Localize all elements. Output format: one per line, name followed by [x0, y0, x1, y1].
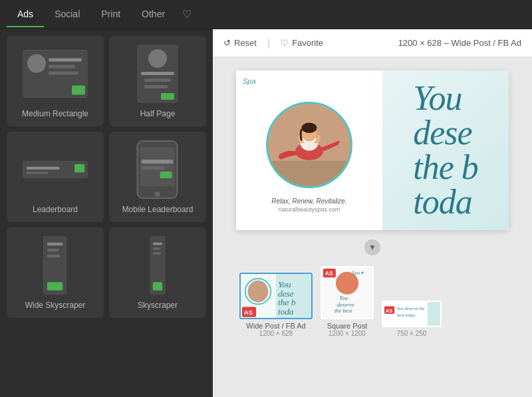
medium-rectangle-label: Medium Rectangle	[22, 109, 88, 118]
template-skyscraper[interactable]: Skyscraper	[109, 227, 206, 318]
thumb-wide-post-img: You dese the b toda AS	[239, 273, 313, 319]
preview-area: Spa	[213, 57, 532, 397]
svg-point-41	[248, 281, 269, 303]
tab-ads[interactable]: Ads	[7, 2, 44, 27]
svg-rect-10	[144, 85, 168, 88]
svg-text:AS: AS	[244, 309, 253, 316]
canvas-preview: Spa	[236, 70, 509, 230]
reset-icon: ↺	[223, 38, 231, 48]
thumb-wide-post-dims: 1200 × 628	[259, 330, 293, 337]
svg-text:deserve: deserve	[337, 301, 354, 308]
thumb-wide-post-title: Wide Post / FB Ad	[246, 322, 305, 330]
right-panel: ↺ Reset | ♡ Favorite 1200 × 628 – Wide P…	[213, 29, 532, 397]
template-wide-skyscraper[interactable]: Wide Skyscraper	[7, 227, 104, 318]
svg-rect-21	[160, 172, 172, 178]
favorite-heart-icon[interactable]: ♡	[182, 8, 192, 21]
wide-skyscraper-label: Wide Skyscraper	[25, 301, 86, 310]
thumb-square-post-title: Square Post	[327, 322, 368, 330]
medium-rectangle-thumb	[22, 44, 88, 104]
favorite-heart-icon: ♡	[281, 38, 289, 48]
mobile-leaderboard-thumb	[124, 140, 191, 199]
svg-point-18	[155, 192, 160, 197]
top-navigation: Ads Social Print Other ♡	[0, 0, 532, 29]
template-medium-rectangle[interactable]: Medium Rectangle	[7, 36, 104, 126]
svg-rect-19	[142, 160, 174, 164]
skyscraper-thumb	[124, 235, 191, 295]
thumb-750-dims: 750 × 250	[397, 330, 427, 337]
half-page-label: Half Page	[140, 109, 176, 118]
thumb-750-250[interactable]: AS You deserve the best today. 750 × 250	[382, 301, 442, 337]
svg-rect-8	[141, 72, 174, 75]
reset-button[interactable]: ↺ Reset	[223, 38, 257, 48]
svg-text:Spa✦: Spa✦	[352, 270, 364, 276]
svg-rect-5	[72, 86, 85, 95]
thumb-wide-post[interactable]: You dese the b toda AS Wide Post / FB Ad…	[239, 273, 313, 337]
svg-point-7	[148, 49, 167, 68]
toolbar-divider: |	[267, 37, 270, 49]
mobile-leaderboard-label: Mobile Leaderboard	[122, 205, 194, 214]
svg-point-37	[302, 122, 317, 132]
wide-skyscraper-thumb	[22, 235, 88, 295]
leaderboard-label: Leaderboard	[33, 205, 78, 214]
svg-rect-33	[268, 160, 350, 186]
svg-rect-2	[49, 59, 82, 62]
svg-rect-13	[27, 167, 60, 170]
main-layout: Medium Rectangle Half Page	[0, 29, 532, 397]
script-line-3: the b	[413, 150, 478, 185]
thumb-square-post-dims: 1200 × 1200	[329, 330, 366, 337]
svg-rect-30	[153, 252, 162, 255]
script-line-1: You	[413, 81, 478, 116]
spa-logo: Spa	[243, 77, 256, 85]
skyscraper-label: Skyscraper	[138, 301, 178, 310]
canvas-size-label: 1200 × 628 – Wide Post / FB Ad	[398, 38, 521, 48]
leaderboard-thumb	[22, 140, 88, 199]
svg-text:You deserve the: You deserve the	[397, 306, 425, 311]
svg-rect-26	[47, 282, 63, 291]
svg-rect-28	[153, 243, 162, 245]
svg-text:You: You	[340, 295, 348, 301]
svg-rect-25	[47, 255, 61, 258]
template-grid: Medium Rectangle Half Page	[7, 36, 206, 318]
svg-text:AS: AS	[386, 308, 393, 314]
canvas-url: naturalbeautyspas.com	[278, 206, 340, 213]
svg-rect-3	[49, 65, 75, 68]
exercise-photo	[266, 102, 352, 188]
scroll-down-area: ▼	[226, 235, 519, 259]
favorite-button[interactable]: ♡ Favorite	[281, 38, 323, 48]
half-page-thumb	[124, 44, 191, 104]
svg-rect-4	[49, 72, 78, 75]
canvas-left-section: Spa	[236, 70, 382, 230]
svg-rect-29	[153, 247, 160, 250]
template-mobile-leaderboard[interactable]: Mobile Leaderboard	[109, 132, 206, 222]
reset-label: Reset	[234, 38, 257, 48]
thumbnail-strip: You dese the b toda AS Wide Post / FB Ad…	[226, 259, 519, 344]
thumb-750-250-img: AS You deserve the best today.	[382, 301, 442, 327]
right-toolbar: ↺ Reset | ♡ Favorite 1200 × 628 – Wide P…	[213, 29, 532, 57]
tab-social[interactable]: Social	[44, 2, 90, 27]
svg-rect-11	[161, 93, 174, 100]
tab-other[interactable]: Other	[131, 2, 176, 27]
thumb-square-post[interactable]: AS Spa✦ You deserve the best Square Post…	[321, 266, 374, 337]
svg-text:the best: the best	[334, 307, 352, 314]
svg-rect-63	[428, 301, 440, 327]
svg-rect-31	[153, 282, 162, 291]
svg-point-1	[27, 55, 46, 73]
svg-rect-9	[144, 78, 171, 82]
scroll-down-button[interactable]: ▼	[364, 239, 380, 255]
svg-rect-23	[47, 243, 63, 246]
favorite-label: Favorite	[292, 38, 323, 48]
canvas-right-section: You dese the b toda	[382, 70, 509, 230]
svg-rect-20	[142, 166, 165, 170]
template-leaderboard[interactable]: Leaderboard	[7, 132, 104, 222]
svg-text:toda: toda	[278, 307, 294, 317]
svg-text:AS: AS	[325, 270, 333, 277]
svg-rect-14	[27, 172, 49, 174]
script-line-4: toda	[413, 185, 478, 219]
left-panel: Medium Rectangle Half Page	[0, 29, 213, 397]
script-line-2: dese	[413, 116, 478, 150]
svg-rect-24	[47, 249, 59, 252]
template-half-page[interactable]: Half Page	[109, 36, 206, 126]
svg-rect-15	[74, 164, 84, 172]
svg-text:best today.: best today.	[397, 313, 416, 317]
tab-print[interactable]: Print	[90, 2, 131, 27]
